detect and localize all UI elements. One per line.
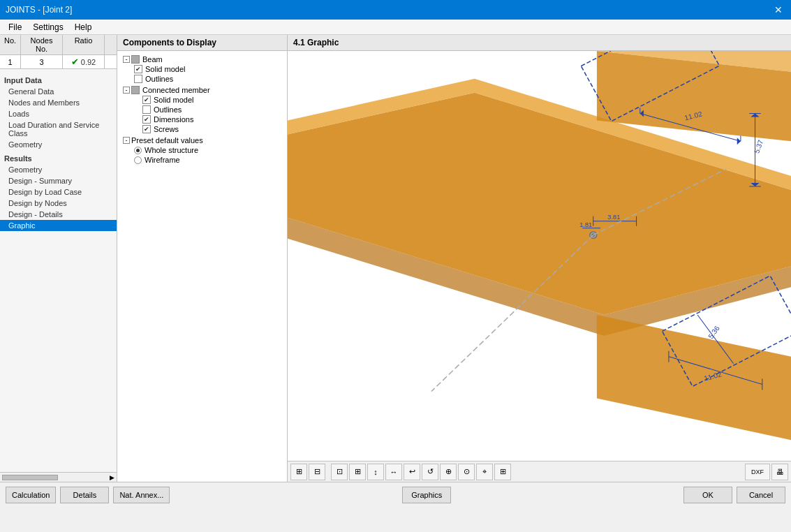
conn-solid-checkbox[interactable]: ✔ [142, 96, 151, 104]
toolbar-btn-4[interactable]: ⊞ [349, 464, 366, 480]
tree-beam-item: - Beam ✔ Solid model Outlines [117, 54, 287, 84]
toolbar-right: DXF 🖶 [745, 464, 788, 480]
main-container: No. Nodes No. Ratio 1 3 ✔ 0.92 Input Dat… [0, 35, 791, 507]
components-tree: - Beam ✔ Solid model Outlines [117, 51, 287, 482]
toolbar-btn-9[interactable]: ⊕ [440, 464, 457, 480]
svg-text:1.81: 1.81 [579, 221, 592, 228]
beam-expand-icon[interactable]: - [123, 56, 130, 63]
toolbar-btn-10[interactable]: ⊙ [458, 464, 475, 480]
nav-design-summary[interactable]: Design - Summary [0, 175, 117, 186]
menu-file[interactable]: File [3, 21, 27, 34]
cell-nodes: 3 [21, 55, 63, 68]
table-area: No. Nodes No. Ratio 1 3 ✔ 0.92 [0, 35, 117, 69]
tree-preset-row[interactable]: - Preset default values [117, 135, 287, 145]
tree-connected-item: - Connected member ✔ Solid model Outline… [117, 84, 287, 135]
tree-preset-item: - Preset default values Whole structure … [117, 135, 287, 165]
conn-outlines-label: Outlines [154, 105, 182, 114]
results-label: Results [0, 153, 117, 164]
nav-res-geometry[interactable]: Geometry [0, 164, 117, 175]
nav-load-duration[interactable]: Load Duration and Service Class [0, 119, 117, 139]
scroll-right-btn[interactable]: ▶ [110, 474, 114, 481]
conn-dimensions-checkbox[interactable]: ✔ [142, 115, 151, 124]
tree-conn-screws-row[interactable]: ✔ Screws [117, 124, 287, 134]
conn-outlines-checkbox[interactable] [142, 105, 151, 114]
toolbar-btn-2[interactable]: ⊟ [309, 464, 325, 480]
tree-wireframe-row[interactable]: Wireframe [117, 155, 287, 165]
conn-dimensions-label: Dimensions [154, 115, 193, 124]
wireframe-label: Wireframe [145, 156, 180, 164]
graphic-toolbar: ⊞ ⊟ ⊡ ⊞ ↕ ↔ ↩ ↺ ⊕ ⊙ ⌖ ⊞ DXF 🖶 [288, 461, 791, 482]
conn-solid-label: Solid model [154, 96, 193, 104]
tree-beam-solid-row[interactable]: ✔ Solid model [117, 64, 287, 74]
wireframe-radio[interactable] [134, 156, 142, 164]
nav-nodes-members[interactable]: Nodes and Members [0, 97, 117, 108]
nat-annex-button[interactable]: Nat. Annex... [113, 487, 170, 503]
nav-design-nodes[interactable]: Design by Nodes [0, 198, 117, 209]
ok-button[interactable]: OK [683, 487, 732, 503]
toolbar-btn-3[interactable]: ⊡ [331, 464, 348, 480]
graphic-area: 4.1 Graphic [288, 35, 791, 482]
nav-graphic[interactable]: Graphic [0, 220, 117, 231]
left-scrollbar[interactable]: ▶ [0, 472, 117, 482]
preset-label: Preset default values [131, 136, 203, 145]
nav-design-load-case[interactable]: Design by Load Case [0, 186, 117, 198]
nav-geometry[interactable]: Geometry [0, 139, 117, 150]
menu-bar: File Settings Help [0, 20, 791, 35]
nav-tree: Input Data General Data Nodes and Member… [0, 69, 117, 472]
col-ratio: Ratio [63, 35, 105, 54]
table-row[interactable]: 1 3 ✔ 0.92 [0, 55, 117, 68]
toolbar-btn-11[interactable]: ⌖ [476, 464, 493, 480]
tree-conn-dimensions-row[interactable]: ✔ Dimensions [117, 114, 287, 124]
toolbar-print-btn[interactable]: 🖶 [771, 464, 788, 480]
menu-settings[interactable]: Settings [27, 21, 68, 34]
nav-general-data[interactable]: General Data [0, 86, 117, 97]
graphic-canvas[interactable]: 11.02 5.37 3.81 1.81 [288, 51, 791, 461]
tree-beam-outlines-row[interactable]: Outlines [117, 74, 287, 84]
beam-outlines-checkbox[interactable] [134, 75, 142, 83]
input-data-label: Input Data [0, 75, 117, 86]
conn-screws-checkbox[interactable]: ✔ [142, 125, 151, 133]
tree-whole-structure-row[interactable]: Whole structure [117, 145, 287, 155]
check-icon: ✔ [71, 57, 79, 67]
tree-conn-outlines-row[interactable]: Outlines [117, 105, 287, 114]
tree-beam-row[interactable]: - Beam [117, 54, 287, 64]
cancel-button[interactable]: Cancel [737, 487, 785, 503]
details-button[interactable]: Details [60, 487, 109, 503]
title-bar: JOINTS - [Joint 2] ✕ [0, 0, 791, 20]
toolbar-btn-1[interactable]: ⊞ [290, 464, 307, 480]
toolbar-btn-12[interactable]: ⊞ [494, 464, 511, 480]
preset-expand-icon[interactable]: - [123, 137, 130, 144]
graphic-header: 4.1 Graphic [288, 35, 791, 51]
close-button[interactable]: ✕ [771, 3, 785, 17]
tree-connected-row[interactable]: - Connected member [117, 85, 287, 95]
calculation-button[interactable]: Calculation [6, 487, 56, 503]
toolbar-btn-6[interactable]: ↔ [385, 464, 402, 480]
whole-structure-radio[interactable] [134, 147, 142, 154]
beam-checkbox[interactable] [131, 55, 140, 64]
scene-svg: 11.02 5.37 3.81 1.81 [288, 51, 791, 461]
toolbar-export-btn[interactable]: DXF [745, 464, 770, 480]
components-panel: Components to Display - Beam ✔ Solid mod… [117, 35, 288, 482]
col-nodes: Nodes No. [21, 35, 63, 54]
table-header: No. Nodes No. Ratio [0, 35, 117, 55]
toolbar-btn-5[interactable]: ↕ [367, 464, 384, 480]
menu-help[interactable]: Help [69, 21, 98, 34]
toolbar-btn-8[interactable]: ↺ [422, 464, 438, 480]
conn-screws-label: Screws [154, 125, 179, 133]
ratio-value: 0.92 [81, 58, 96, 66]
tree-conn-solid-row[interactable]: ✔ Solid model [117, 95, 287, 105]
svg-text:3.81: 3.81 [607, 214, 620, 221]
cell-ratio: ✔ 0.92 [63, 55, 105, 68]
graphics-button[interactable]: Graphics [402, 487, 451, 503]
connected-checkbox[interactable] [131, 86, 140, 94]
nav-loads[interactable]: Loads [0, 108, 117, 119]
whole-structure-label: Whole structure [145, 146, 198, 154]
beam-solid-checkbox[interactable]: ✔ [134, 65, 142, 73]
nav-design-details[interactable]: Design - Details [0, 209, 117, 220]
title-bar-title: JOINTS - [Joint 2] [6, 5, 72, 15]
connected-label: Connected member [142, 86, 210, 94]
connected-expand-icon[interactable]: - [123, 87, 130, 94]
beam-outlines-label: Outlines [145, 75, 173, 83]
toolbar-btn-7[interactable]: ↩ [404, 464, 420, 480]
content-area: No. Nodes No. Ratio 1 3 ✔ 0.92 Input Dat… [0, 35, 791, 482]
